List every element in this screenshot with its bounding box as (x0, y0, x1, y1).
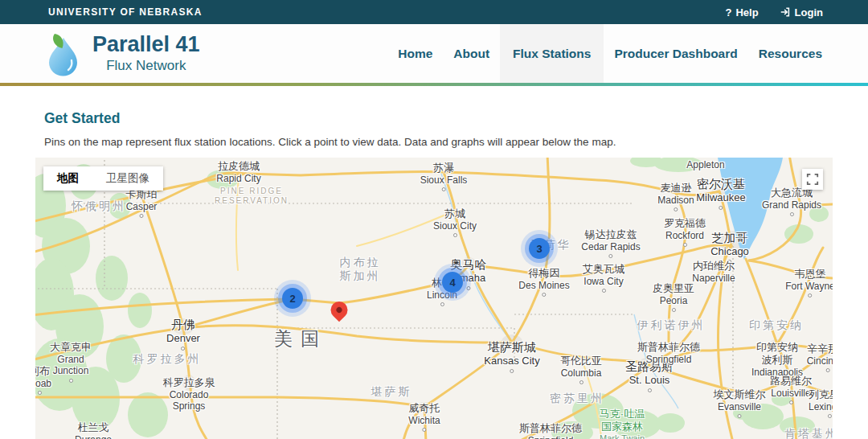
map-label-fort-wayne: 韦恩堡Fort Wayne (785, 268, 833, 297)
map-label-missouri: 密苏里州 (550, 392, 604, 405)
map-label-evansville: 埃文斯维尔Evansville (714, 388, 766, 418)
topbar-links: ? Help Login (725, 6, 823, 18)
site-header: Parallel 41 Flux Network Home About Flux… (0, 24, 868, 83)
university-brand: UNIVERSITY OF NEBRASKA (48, 6, 203, 18)
nav-about[interactable]: About (443, 24, 500, 83)
map-label-moab: 阿布Moab (35, 365, 51, 395)
map-label-naperville: 内珀维尔Naperville (692, 260, 735, 284)
map-label-lexington: 列克星敦Lexington (809, 388, 833, 418)
nav-resources[interactable]: Resources (748, 24, 833, 83)
map-label-louisville: 路易维尔Louisville (770, 375, 812, 404)
login-icon (780, 6, 791, 18)
map-label-usa: 美国 (274, 327, 327, 350)
help-label: Help (735, 6, 758, 18)
map-type-control: 地图 卫星图像 (43, 166, 163, 191)
map-label-wyoming: 怀俄明州 (72, 199, 126, 213)
map-label-nebraska: 内布拉斯加州 (340, 256, 381, 283)
map-label-sioux-falls: 苏瀑Sioux Falls (420, 162, 468, 191)
station-cluster-marker-2[interactable]: 2 (282, 288, 303, 309)
main-nav: Home About Flux Stations Producer Dashbo… (387, 24, 868, 83)
site-title: Parallel 41 (92, 33, 200, 55)
map-label-cincinnati: 辛辛那提Cincinnati (807, 343, 833, 372)
map-label-mark-twain-forest: 马克·吐温国家森林Mark TwainNational Forest (592, 408, 653, 439)
map-label-indiana: 印第安纳 (749, 318, 804, 332)
map-label-pine-ridge-reservation: PINE RIDGERESERVATION (215, 187, 289, 206)
map-label-sioux-city: 苏城Sioux City (433, 207, 477, 237)
map-label-grand-rapids: 大急流城Grand Rapids (762, 187, 821, 216)
fullscreen-button[interactable] (802, 169, 823, 190)
accent-gradient-bar (0, 83, 868, 86)
map-label-casper: 卡斯珀Casper (126, 188, 158, 218)
map-label-des-moines: 得梅因Des Moines (518, 267, 569, 297)
map-label-grand-junction: 大章克申GrandJunction (50, 341, 92, 383)
nav-flux-stations[interactable]: Flux Stations (500, 24, 604, 83)
map-label-colorado-springs: 科罗拉多泉ColoradoSprings (163, 376, 215, 412)
map-label-milwaukee: 密尔沃基Milwaukee (696, 177, 745, 210)
map-label-indianapolis: 印第安纳波利斯Indianapolis (751, 341, 803, 378)
map-label-wichita: 威奇托Wichita (408, 402, 440, 432)
map-view-button[interactable]: 地图 (43, 166, 92, 191)
site-title-block: Parallel 41 Flux Network (92, 33, 200, 73)
intro-text: Pins on the map represent flux station l… (44, 136, 868, 148)
page-title: Get Started (44, 110, 868, 127)
map-label-cedar-rapids: 锡达拉皮兹Cedar Rapids (581, 228, 640, 258)
help-icon: ? (725, 6, 731, 18)
login-label: Login (795, 6, 823, 18)
page: UNIVERSITY OF NEBRASKA ? Help Login (0, 0, 868, 439)
map-canvas[interactable]: 拉皮德城Rapid CityPINE RIDGERESERVATION怀俄明州卡… (35, 158, 833, 439)
map-label-madison: 麦迪逊Madison (657, 182, 694, 211)
map-label-springfield-il: 斯普林菲尔德Springfield (637, 341, 700, 371)
map-label-columbia: 哥伦比亚Columbia (560, 355, 602, 384)
help-link[interactable]: ? Help (725, 6, 758, 18)
map-label-illinois: 伊利诺伊州 (637, 318, 706, 332)
nav-producer-dashboard[interactable]: Producer Dashboard (604, 24, 747, 83)
map-label-denver: 丹佛Denver (166, 318, 200, 351)
map-label-kansas: 堪萨斯 (371, 385, 412, 399)
station-cluster-marker-3[interactable]: 3 (529, 238, 550, 259)
satellite-view-button[interactable]: 卫星图像 (92, 166, 163, 191)
map-label-peoria: 皮奥里亚Peoria (653, 282, 694, 312)
map-label-durango: 杜兰戈Durango (75, 421, 112, 439)
login-link[interactable]: Login (780, 6, 823, 18)
map-label-kansas-city: 堪萨斯城Kansas City (484, 340, 539, 373)
fullscreen-icon (806, 173, 819, 186)
water-drop-logo[interactable] (44, 31, 81, 76)
nav-home[interactable]: Home (387, 24, 443, 83)
map-label-chicago: 芝加哥Chicago (710, 231, 749, 264)
map-label-kentucky: 肯塔基州 (784, 427, 833, 439)
station-cluster-marker-4[interactable]: 4 (442, 272, 463, 293)
map-label-rockford: 罗克福德Rockford (664, 217, 706, 247)
map-label-iowa-city: 艾奥瓦城Iowa City (583, 263, 624, 293)
map-label-appleton: Appleton (686, 159, 724, 171)
site-subtitle: Flux Network (92, 58, 200, 74)
map-label-colorado: 科罗拉多州 (133, 352, 202, 366)
map-label-springfield-mo: 斯普林菲尔德Springfield (519, 422, 582, 439)
university-topbar: UNIVERSITY OF NEBRASKA ? Help Login (0, 0, 868, 24)
map-label-rapid-city: 拉皮德城Rapid City (216, 160, 260, 184)
